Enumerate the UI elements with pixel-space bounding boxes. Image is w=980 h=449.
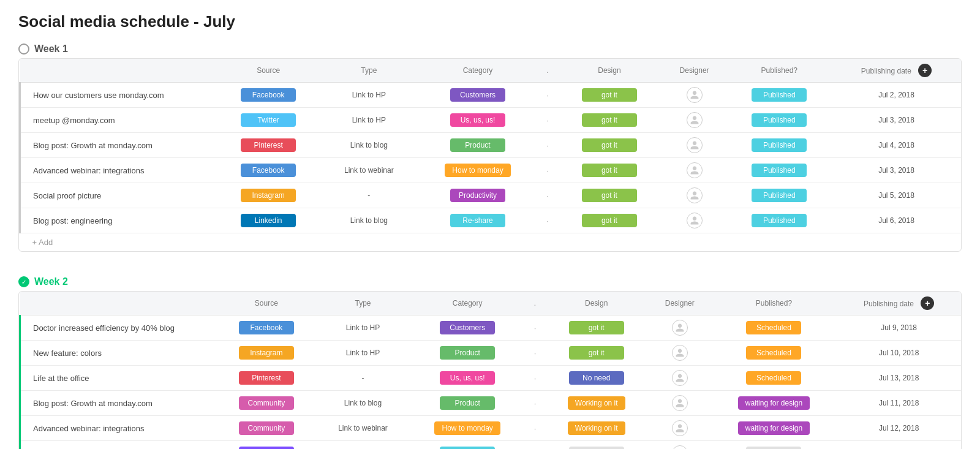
row-type: Link to webinar [317,416,409,441]
row-category[interactable]: Re-share [409,441,526,450]
source-badge[interactable]: Facebook [241,88,296,102]
row-category[interactable]: How to monday [417,158,538,183]
category-badge[interactable]: Product [440,346,495,360]
category-badge[interactable]: Customers [440,321,495,334]
design-badge[interactable]: Working on it [568,421,625,435]
row-source[interactable]: Facebook [216,158,321,183]
published-badge[interactable]: waiting for design [738,396,810,410]
published-badge[interactable]: Scheduled [746,371,801,385]
published-badge[interactable]: Published [752,214,807,227]
source-badge[interactable]: Instagram [239,346,294,360]
row-source[interactable]: Facebook [216,83,321,108]
row-published[interactable]: Scheduled [711,341,837,366]
row-design[interactable]: got it [545,341,649,366]
row-source[interactable]: Community [216,416,317,441]
source-badge[interactable]: Twitter [241,113,296,127]
week2-add-col-btn[interactable]: + [921,296,934,310]
row-design[interactable]: Working on it [545,391,649,416]
published-badge[interactable]: Published [752,164,807,177]
row-source[interactable]: Linkedin [216,208,321,233]
category-badge[interactable]: Product [440,396,495,410]
row-source[interactable]: Story [216,441,317,450]
add-row[interactable]: + Add [20,233,962,252]
row-source[interactable]: Community [216,391,317,416]
row-design[interactable]: Working on it [545,416,649,441]
row-published[interactable]: Published [727,133,832,158]
category-badge[interactable]: How to monday [434,421,500,435]
row-design[interactable]: got it [545,315,649,341]
row-published[interactable]: Published [727,183,832,208]
design-badge[interactable]: got it [569,321,624,334]
design-badge[interactable]: got it [582,189,637,202]
row-published[interactable]: - [711,441,837,450]
design-badge[interactable]: Working on it [568,396,625,410]
design-badge[interactable]: got it [582,164,637,177]
row-source[interactable]: Instagram [216,183,321,208]
add-row-label[interactable]: + Add [20,233,962,252]
row-design[interactable]: - [545,441,649,450]
row-category[interactable]: Product [409,391,526,416]
row-source[interactable]: Twitter [216,108,321,133]
source-badge[interactable]: Pinterest [239,371,294,385]
published-badge[interactable]: Published [752,113,807,127]
week1-add-col-btn[interactable]: + [918,64,932,77]
row-design[interactable]: got it [557,158,662,183]
published-badge[interactable]: Published [752,138,807,152]
design-badge[interactable]: got it [582,113,637,127]
row-design[interactable]: got it [557,208,662,233]
row-design[interactable]: got it [557,133,662,158]
row-source[interactable]: Facebook [216,315,317,341]
row-published[interactable]: Published [727,83,832,108]
row-published[interactable]: Scheduled [711,366,837,391]
row-design[interactable]: No need [545,366,649,391]
row-category[interactable]: Productivity [417,183,538,208]
row-category[interactable]: How to monday [409,416,526,441]
category-badge[interactable]: Us, us, us! [440,371,495,385]
row-category[interactable]: Re-share [417,208,538,233]
category-badge[interactable]: Us, us, us! [450,113,505,127]
row-category[interactable]: Us, us, us! [409,366,526,391]
row-published[interactable]: waiting for design [711,416,837,441]
source-badge[interactable]: Community [239,421,294,435]
published-badge[interactable]: Published [752,189,807,202]
published-badge[interactable]: Scheduled [746,321,801,334]
published-badge[interactable]: waiting for design [738,421,810,435]
row-published[interactable]: waiting for design [711,391,837,416]
row-source[interactable]: Pinterest [216,366,317,391]
source-badge[interactable]: Linkedin [241,214,296,227]
row-published[interactable]: Published [727,108,832,133]
source-badge[interactable]: Pinterest [241,138,296,152]
category-badge[interactable]: Customers [450,88,505,102]
design-badge[interactable]: got it [582,138,637,152]
source-badge[interactable]: Instagram [241,189,296,202]
row-pubdate: Jul 2, 2018 [832,83,961,108]
row-source[interactable]: Instagram [216,341,317,366]
row-category[interactable]: Customers [409,315,526,341]
category-badge[interactable]: Re-share [440,447,495,449]
published-badge[interactable]: Scheduled [746,346,801,360]
design-badge[interactable]: got it [582,214,637,227]
row-category[interactable]: Product [409,341,526,366]
row-category[interactable]: Product [417,133,538,158]
source-badge[interactable]: Story [239,447,294,449]
source-badge[interactable]: Community [239,396,294,410]
category-badge[interactable]: Productivity [450,189,505,202]
category-badge[interactable]: Product [450,138,505,152]
row-published[interactable]: Scheduled [711,315,837,341]
design-badge[interactable]: No need [569,371,624,385]
row-category[interactable]: Us, us, us! [417,108,538,133]
row-published[interactable]: Published [727,158,832,183]
source-badge[interactable]: Facebook [241,164,296,177]
published-badge[interactable]: Published [752,88,807,102]
design-badge[interactable]: got it [582,88,637,102]
row-published[interactable]: Published [727,208,832,233]
row-design[interactable]: got it [557,108,662,133]
design-badge[interactable]: got it [569,346,624,360]
row-source[interactable]: Pinterest [216,133,321,158]
source-badge[interactable]: Facebook [239,321,294,334]
row-category[interactable]: Customers [417,83,538,108]
category-badge[interactable]: How to monday [445,164,510,177]
category-badge[interactable]: Re-share [450,214,505,227]
row-design[interactable]: got it [557,183,662,208]
row-design[interactable]: got it [557,83,662,108]
